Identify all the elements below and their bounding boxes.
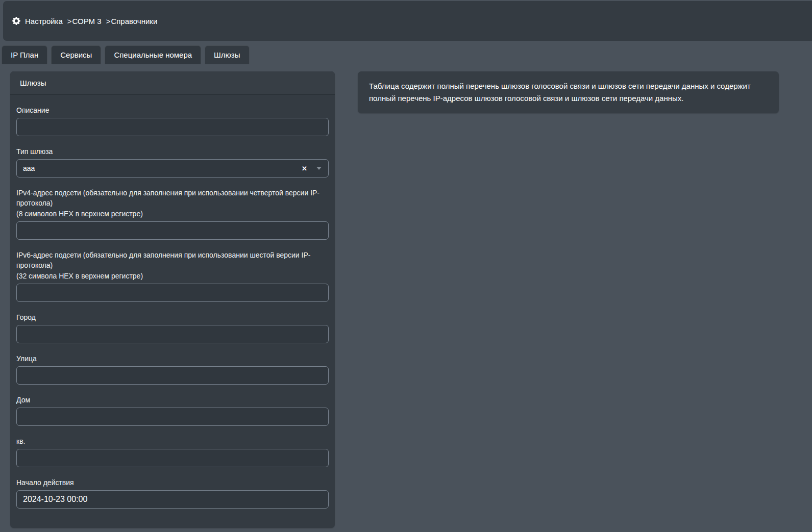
field-gateway-type: Тип шлюза aaa ✕ [16,146,329,178]
description-label: Описание [16,105,329,115]
field-city: Город [16,312,329,343]
tab-ip-plan[interactable]: IP План [2,45,47,64]
house-input[interactable] [16,408,329,426]
field-ipv4-subnet: IPv4-адрес подсети (обязательно для запо… [16,188,329,240]
description-input[interactable] [16,118,329,136]
tab-special-numbers[interactable]: Специальные номера [105,45,201,64]
gear-icon [12,17,20,25]
breadcrumb-item-sorm3[interactable]: СОРМ 3 [72,17,102,26]
start-date-label: Начало действия [16,477,329,488]
ipv4-subnet-hint: (8 символов HEX в верхнем регистре) [16,209,329,219]
chevron-down-icon[interactable] [316,167,322,170]
field-start-date: Начало действия [16,477,329,509]
field-house: Дом [16,395,329,426]
ipv4-subnet-label: IPv4-адрес подсети (обязательно для запо… [16,188,329,208]
tab-gateways[interactable]: Шлюзы [205,45,249,64]
breadcrumb-separator: > [106,17,111,26]
ipv4-subnet-input[interactable] [16,221,329,240]
breadcrumb-item-directories[interactable]: Справочники [111,17,157,26]
gateway-type-label: Тип шлюза [16,146,329,157]
street-label: Улица [16,353,329,364]
field-description: Описание [16,105,329,136]
city-label: Город [16,312,329,322]
ipv6-subnet-label: IPv6-адрес подсети (обязательно для запо… [16,250,329,270]
info-panel: Таблица содержит полный перечень шлюзов … [358,71,779,113]
field-apartment: кв. [16,436,329,467]
field-street: Улица [16,353,329,385]
gateway-type-selected-value: aaa [23,164,301,172]
ipv6-subnet-input[interactable] [16,284,329,302]
gateways-form-panel: Шлюзы Описание Тип шлюза aaa ✕ IPv4-адре… [10,71,335,528]
street-input[interactable] [16,366,329,385]
panel-body: Описание Тип шлюза aaa ✕ IPv4-адрес подс… [10,95,335,532]
ipv6-subnet-hint: (32 символа HEX в верхнем регистре) [16,271,329,281]
gateway-type-select[interactable]: aaa ✕ [16,159,329,178]
top-header-bar: Настройка > СОРМ 3 > Справочники [3,1,812,41]
info-text: Таблица содержит полный перечень шлюзов … [369,80,768,105]
apartment-input[interactable] [16,449,329,467]
field-ipv6-subnet: IPv6-адрес подсети (обязательно для запо… [16,250,329,302]
breadcrumb: Настройка > СОРМ 3 > Справочники [12,17,160,26]
breadcrumb-separator: > [67,17,72,26]
breadcrumb-item-settings[interactable]: Настройка [25,17,63,26]
start-date-input[interactable] [16,490,329,509]
tab-services[interactable]: Сервисы [51,45,101,64]
panel-title: Шлюзы [10,71,335,95]
apartment-label: кв. [16,436,329,446]
clear-selection-icon[interactable]: ✕ [301,165,308,172]
city-input[interactable] [16,325,329,343]
tab-bar: IP План Сервисы Специальные номера Шлюзы [2,45,250,64]
house-label: Дом [16,395,329,405]
